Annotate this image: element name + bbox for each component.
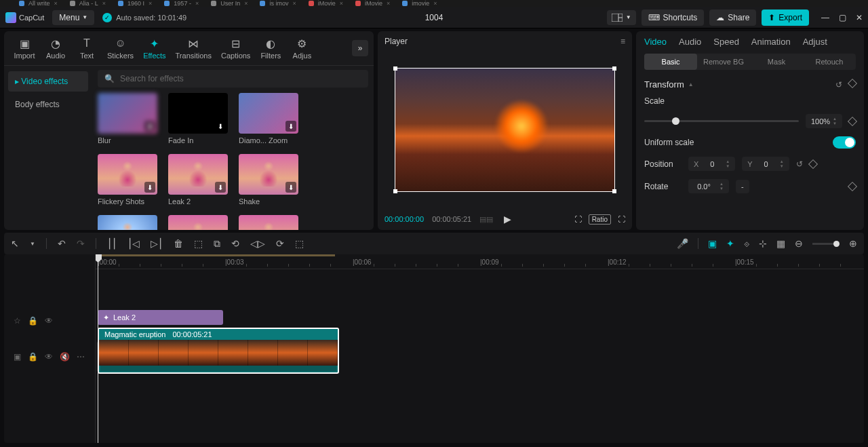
playhead[interactable] — [98, 254, 98, 443]
media-tab-stickers[interactable]: ☺Stickers — [103, 34, 138, 62]
browser-tab[interactable]: User In× — [205, 0, 253, 7]
scan-icon[interactable]: ⛶ — [574, 215, 582, 223]
scale-slider[interactable] — [644, 120, 799, 122]
layout-button[interactable]: ▼ — [607, 10, 636, 25]
eye-icon[interactable]: 👁 — [45, 316, 53, 326]
video-icon[interactable]: ▣ — [14, 352, 21, 362]
align-tool[interactable]: ⊹ — [759, 238, 767, 249]
effect-item[interactable]: ⬇ — [98, 215, 157, 230]
zoom-slider[interactable] — [812, 243, 840, 245]
link-tool[interactable]: ⟐ — [744, 238, 749, 249]
zoom-in[interactable]: ⊕ — [849, 238, 857, 249]
mute-icon[interactable]: 🔇 — [60, 352, 70, 362]
browser-tab[interactable]: 1957 -× — [159, 0, 204, 7]
media-tab-effects[interactable]: ✦Effects — [139, 34, 170, 62]
rotate-input[interactable]: 0.0° ▲▼ — [688, 179, 729, 193]
sidebar-item[interactable]: Body effects — [8, 94, 88, 115]
eye-icon[interactable]: 👁 — [45, 352, 53, 362]
uniform-scale-toggle[interactable] — [833, 136, 856, 149]
mic-tool[interactable]: 🎤 — [677, 238, 688, 249]
rotate-extra[interactable]: - — [736, 180, 749, 193]
prop-tab-video[interactable]: Video — [644, 37, 667, 47]
rotate-tool[interactable]: ⟳ — [276, 238, 284, 249]
download-icon[interactable]: ⬇ — [144, 121, 155, 132]
reverse-tool[interactable]: ⟲ — [231, 238, 239, 249]
media-tab-text[interactable]: TText — [72, 34, 102, 62]
effect-clip[interactable]: ✦ Leak 2 — [98, 310, 223, 325]
play-button[interactable]: ▶ — [504, 214, 511, 225]
media-tab-import[interactable]: ▣Import — [9, 34, 39, 62]
split-tool[interactable]: ⎮⎮ — [107, 238, 117, 249]
media-tab-audio[interactable]: ◔Audio — [41, 34, 71, 62]
browser-tab[interactable]: iMovie× — [303, 0, 349, 7]
subtab-mask[interactable]: Mask — [750, 54, 803, 70]
effect-item[interactable]: ⬇ — [239, 215, 298, 230]
browser-tab[interactable]: is imov× — [254, 0, 301, 7]
share-button[interactable]: ☁ Share — [709, 9, 756, 26]
subtab-basic[interactable]: Basic — [644, 54, 697, 70]
position-reset-icon[interactable]: ↺ — [796, 159, 803, 169]
more-icon[interactable]: ⋯ — [77, 352, 85, 362]
trim-right-tool[interactable]: ▷⎮ — [151, 238, 163, 249]
compare-icon[interactable]: ▤▤ — [479, 215, 493, 224]
prop-tab-audio[interactable]: Audio — [679, 37, 701, 47]
prop-tab-animation[interactable]: Animation — [751, 37, 791, 47]
browser-tab[interactable]: 1960 I× — [113, 0, 157, 7]
crop-tool[interactable]: ⬚ — [194, 238, 203, 249]
prop-tab-adjust[interactable]: Adjust — [803, 37, 827, 47]
menu-button[interactable]: Menu▼ — [52, 10, 94, 25]
effect-item[interactable]: ⬇Diamo... Zoom — [239, 93, 298, 144]
position-x-input[interactable]: X 0 ▲▼ — [688, 157, 735, 171]
minimize-button[interactable]: — — [821, 13, 829, 22]
media-tab-transitions[interactable]: ⋈Transitions — [172, 34, 216, 62]
crop-frame-tool[interactable]: ⬚ — [295, 238, 304, 249]
video-clip[interactable]: Magmatic eruption 00:00:05:21 — [98, 328, 339, 374]
subtab-remove-bg[interactable]: Remove BG — [697, 54, 750, 70]
scale-keyframe[interactable] — [848, 116, 857, 125]
download-icon[interactable]: ⬇ — [285, 182, 296, 193]
position-keyframe[interactable] — [808, 159, 818, 168]
timeline-tracks[interactable]: |00:00|00:03|00:06|00:09|00:12|00:15 ✦ L… — [96, 254, 864, 443]
reset-icon[interactable]: ↺ — [835, 80, 842, 90]
sidebar-item[interactable]: ▸ Video effects — [8, 71, 88, 92]
media-tab-adjus[interactable]: ⚙Adjus — [287, 34, 317, 62]
video-preview[interactable] — [395, 68, 615, 192]
scale-value[interactable]: 100% ▲▼ — [806, 114, 842, 128]
effect-item[interactable]: ⬇Shake — [239, 154, 298, 206]
close-button[interactable]: ✕ — [856, 13, 863, 22]
search-input[interactable]: 🔍 Search for effects — [98, 70, 368, 88]
media-tab-filters[interactable]: ◐Filters — [256, 34, 285, 62]
magnet-tool[interactable]: ▣ — [708, 238, 717, 249]
player-menu-icon[interactable]: ≡ — [620, 37, 625, 46]
maximize-button[interactable]: ▢ — [839, 13, 846, 22]
snap-tool[interactable]: ✦ — [726, 238, 734, 249]
mirror-tool[interactable]: ◁▷ — [250, 238, 265, 249]
ratio-button[interactable]: Ratio — [589, 214, 611, 225]
fullscreen-icon[interactable]: ⛶ — [618, 215, 625, 223]
effect-item[interactable]: ⬇ — [168, 215, 228, 230]
download-icon[interactable]: ⬇ — [285, 121, 296, 132]
select-tool[interactable]: ↖ — [11, 238, 19, 249]
preview-tool[interactable]: ▦ — [776, 238, 785, 249]
browser-tab[interactable]: imovie× — [397, 0, 442, 7]
effect-item[interactable]: ⬇Fade In — [168, 93, 228, 144]
browser-tab[interactable]: All write× — [14, 0, 63, 7]
rotate-keyframe[interactable] — [848, 181, 857, 191]
effect-item[interactable]: ⬇Flickery Shots — [98, 154, 157, 206]
delete-tool[interactable]: 🗑 — [174, 238, 183, 249]
timeline-ruler[interactable]: |00:00|00:03|00:06|00:09|00:12|00:15 — [96, 254, 864, 269]
transform-section[interactable]: Transform ▲ — [644, 79, 694, 90]
undo-button[interactable]: ↶ — [58, 238, 66, 249]
lock-icon[interactable]: 🔒 — [28, 316, 38, 326]
document-name[interactable]: 1004 — [425, 13, 443, 22]
lock-icon[interactable]: 🔒 — [28, 352, 38, 362]
prop-tab-speed[interactable]: Speed — [713, 37, 739, 47]
browser-tab[interactable]: iMovie× — [350, 0, 395, 7]
download-icon[interactable]: ⬇ — [144, 182, 155, 193]
browser-tab[interactable]: Alia - L× — [64, 0, 111, 7]
download-icon[interactable]: ⬇ — [215, 121, 226, 132]
copy-tool[interactable]: ⧉ — [214, 238, 220, 250]
redo-button[interactable]: ↷ — [77, 238, 85, 249]
select-mode-dropdown[interactable]: ▼ — [30, 241, 35, 247]
effect-item[interactable]: ⬇Blur — [98, 93, 157, 144]
